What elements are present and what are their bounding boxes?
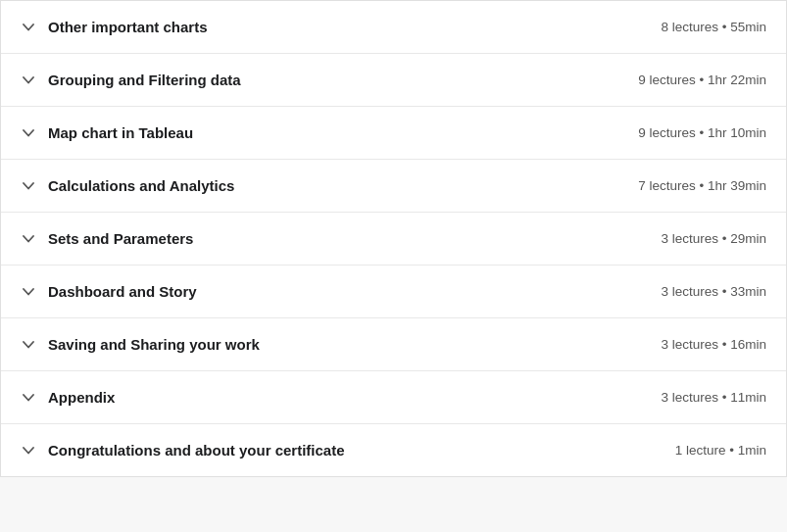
section-meta: 9 lectures • 1hr 22min: [638, 73, 766, 87]
section-row-saving-and-sharing[interactable]: Saving and Sharing your work3 lectures •…: [1, 318, 786, 371]
section-meta: 7 lectures • 1hr 39min: [638, 178, 766, 193]
section-left-group: Dashboard and Story: [21, 283, 197, 300]
section-title: Dashboard and Story: [48, 283, 197, 300]
section-left-group: Congratulations and about your certifica…: [21, 442, 345, 459]
section-left-group: Grouping and Filtering data: [21, 72, 241, 88]
section-title: Appendix: [48, 389, 115, 406]
chevron-down-icon: [21, 129, 36, 137]
section-left-group: Sets and Parameters: [21, 230, 193, 247]
section-left-group: Map chart in Tableau: [21, 124, 193, 141]
chevron-down-icon: [21, 288, 36, 296]
chevron-down-icon: [21, 182, 36, 190]
section-row-map-chart-tableau[interactable]: Map chart in Tableau9 lectures • 1hr 10m…: [1, 107, 786, 160]
section-row-sets-and-parameters[interactable]: Sets and Parameters3 lectures • 29min: [1, 213, 786, 266]
section-row-congratulations-certificate[interactable]: Congratulations and about your certifica…: [1, 424, 786, 476]
section-meta: 3 lectures • 11min: [661, 390, 766, 405]
section-title: Grouping and Filtering data: [48, 72, 241, 88]
section-title: Saving and Sharing your work: [48, 336, 260, 353]
section-left-group: Saving and Sharing your work: [21, 336, 260, 353]
section-meta: 3 lectures • 33min: [661, 284, 766, 299]
section-left-group: Other important charts: [21, 19, 208, 35]
section-left-group: Appendix: [21, 389, 115, 406]
section-row-other-important-charts[interactable]: Other important charts8 lectures • 55min: [1, 1, 786, 54]
section-row-calculations-analytics[interactable]: Calculations and Analytics7 lectures • 1…: [1, 160, 786, 213]
section-title: Congratulations and about your certifica…: [48, 442, 345, 459]
section-row-dashboard-and-story[interactable]: Dashboard and Story3 lectures • 33min: [1, 266, 786, 318]
section-meta: 1 lecture • 1min: [675, 443, 766, 458]
chevron-down-icon: [21, 76, 36, 84]
section-row-appendix[interactable]: Appendix3 lectures • 11min: [1, 371, 786, 424]
section-title: Sets and Parameters: [48, 230, 193, 247]
chevron-down-icon: [21, 235, 36, 243]
section-title: Calculations and Analytics: [48, 177, 234, 194]
chevron-down-icon: [21, 341, 36, 349]
section-row-grouping-and-filtering[interactable]: Grouping and Filtering data9 lectures • …: [1, 54, 786, 107]
chevron-down-icon: [21, 447, 36, 455]
chevron-down-icon: [21, 24, 36, 31]
section-meta: 8 lectures • 55min: [661, 20, 766, 34]
chevron-down-icon: [21, 394, 36, 402]
section-meta: 3 lectures • 29min: [661, 231, 766, 246]
section-meta: 3 lectures • 16min: [661, 337, 766, 352]
section-title: Map chart in Tableau: [48, 124, 193, 141]
section-left-group: Calculations and Analytics: [21, 177, 234, 194]
section-title: Other important charts: [48, 19, 208, 35]
section-meta: 9 lectures • 1hr 10min: [638, 125, 766, 140]
course-sections-list: Other important charts8 lectures • 55min…: [0, 0, 787, 477]
